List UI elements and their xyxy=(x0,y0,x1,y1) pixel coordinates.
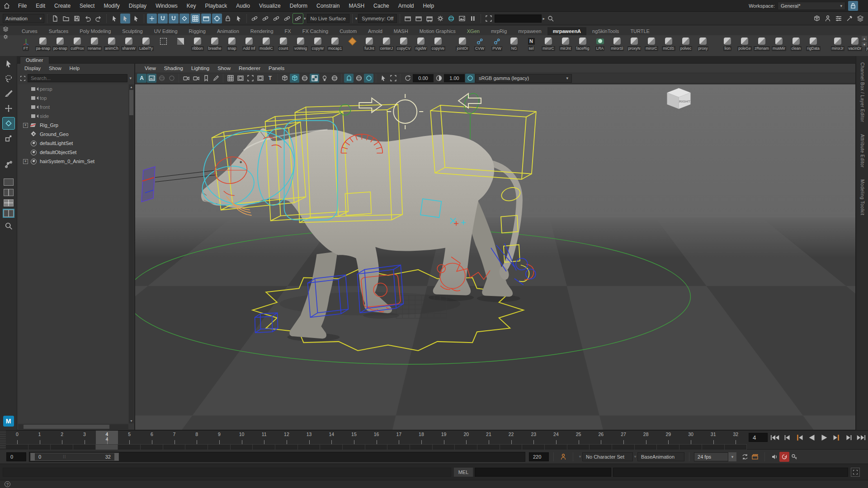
grease-pencil-icon[interactable] xyxy=(211,74,221,83)
timeline-cell[interactable]: 26 xyxy=(590,444,612,450)
menu-item[interactable]: Deform xyxy=(285,3,312,9)
sidebar-vertical-tab[interactable]: Modeling Toolkit xyxy=(860,179,865,216)
auto-keyframe-toggle[interactable] xyxy=(779,452,789,462)
timeline-cell[interactable]: 0 xyxy=(6,444,28,450)
shelf-tool[interactable]: clean xyxy=(788,37,805,51)
animation-start-field[interactable]: 0 xyxy=(6,452,26,461)
character-set-select[interactable]: No Character Set xyxy=(582,452,633,461)
menu-item[interactable]: Edit xyxy=(31,3,50,9)
select-hierarchy-button[interactable] xyxy=(109,14,119,23)
shelf-tab[interactable]: Poly Modeling xyxy=(74,27,116,35)
isolate-select-icon[interactable] xyxy=(378,74,388,83)
shelf-tool[interactable]: PVW xyxy=(488,37,505,51)
shaded-mode-icon[interactable] xyxy=(290,74,299,83)
shelf-tool[interactable]: animCh xyxy=(103,37,120,51)
script-editor-icon[interactable] xyxy=(851,468,860,477)
shelf-tool[interactable] xyxy=(155,37,172,46)
render-settings-button[interactable] xyxy=(435,14,445,23)
timeline-cell[interactable]: 28 xyxy=(635,444,657,450)
highlight-selection-icon[interactable] xyxy=(234,14,244,23)
output-connections-icon[interactable] xyxy=(260,14,270,23)
shadows-icon[interactable] xyxy=(320,74,329,83)
outliner-tab[interactable]: Outliner xyxy=(20,56,49,64)
gate-mask-icon[interactable] xyxy=(255,74,265,83)
grid-toggle-icon[interactable] xyxy=(226,74,235,83)
play-forwards-button[interactable] xyxy=(818,432,830,443)
timeline-frame[interactable]: 2 xyxy=(51,431,73,444)
render-region-button[interactable] xyxy=(414,14,424,23)
rotate-tool-icon[interactable] xyxy=(3,117,14,129)
shelf-tool[interactable]: poleGe xyxy=(736,37,753,51)
menu-item[interactable]: Cache xyxy=(369,3,394,9)
animation-end-field[interactable]: 220 xyxy=(529,452,549,461)
timeline-frame[interactable]: 20 xyxy=(455,431,477,444)
paint-select-tool-icon[interactable] xyxy=(3,88,14,99)
outliner-item[interactable]: Ground_Geo xyxy=(18,130,128,139)
shelf-tool[interactable]: NG xyxy=(505,37,523,51)
select-object-button[interactable] xyxy=(120,14,130,23)
playback-range[interactable]: 0 ⁞⁞ 32 xyxy=(30,453,119,461)
camera-bookmark-icon[interactable] xyxy=(201,74,211,83)
timeline-frame[interactable]: 26 xyxy=(590,431,612,444)
timeline-frame[interactable]: 25 xyxy=(567,431,590,444)
timeline-cell[interactable]: 3 xyxy=(73,444,96,450)
help-icon[interactable]: ? xyxy=(5,481,10,487)
outliner-item[interactable]: top xyxy=(18,94,128,103)
range-start-handle[interactable] xyxy=(31,453,35,460)
shelf-tool[interactable]: copyCV xyxy=(395,37,412,51)
shelf-tool[interactable]: centerJ xyxy=(378,37,395,51)
menu-item[interactable]: Arnold xyxy=(394,3,419,9)
view-cube[interactable]: RIGHT xyxy=(667,88,690,109)
quick-input-field[interactable] xyxy=(495,14,542,23)
timeline-frame[interactable]: 22 xyxy=(500,431,523,444)
ipr-render-button[interactable]: IPR xyxy=(425,14,434,23)
shelf-tool[interactable]: voWeig xyxy=(292,37,309,51)
timeline-frame[interactable]: 3 xyxy=(73,431,96,444)
xray-mode-icon[interactable] xyxy=(344,74,354,83)
bookmark-dim-icon[interactable] xyxy=(167,74,176,83)
mute-audio-icon[interactable] xyxy=(769,452,779,462)
timeline-cell[interactable]: 29 xyxy=(657,444,679,450)
go-to-start-button[interactable] xyxy=(769,432,781,443)
sidebar-vertical-tab[interactable]: Attribute Editor xyxy=(860,134,865,168)
snap-point-button[interactable] xyxy=(169,14,179,23)
viewport-menu-item[interactable]: Lighting xyxy=(187,66,213,71)
select-tool-icon[interactable] xyxy=(3,58,14,70)
timeline-frame[interactable]: 32 xyxy=(725,431,747,444)
menu-item[interactable]: Display xyxy=(124,3,151,9)
timeline-cell[interactable]: 14 xyxy=(320,444,343,450)
workspace-lock-icon[interactable] xyxy=(848,1,858,11)
timeline-frame[interactable]: 11 xyxy=(253,431,275,444)
new-scene-button[interactable] xyxy=(50,14,60,23)
outliner-item[interactable]: defaultLightSet xyxy=(18,139,128,148)
shelf-gear-icon[interactable] xyxy=(3,34,9,41)
xray-joints-icon[interactable] xyxy=(354,74,363,83)
timeline-frame[interactable]: 19 xyxy=(433,431,455,444)
render-view-button[interactable] xyxy=(457,14,467,23)
timeline-cell[interactable]: 17 xyxy=(387,444,410,450)
shelf-tab[interactable]: mrpRig xyxy=(486,27,512,35)
play-backwards-button[interactable] xyxy=(806,432,818,443)
add-character-set-icon[interactable] xyxy=(558,452,568,462)
timeline-cell[interactable]: 30 xyxy=(679,444,702,450)
outliner-item[interactable]: front xyxy=(18,103,128,112)
shelf-tool[interactable] xyxy=(344,37,361,46)
timeline-cell[interactable]: 19 xyxy=(433,444,455,450)
shelf-tool[interactable]: LabelTy xyxy=(137,37,155,51)
shelf-tab[interactable]: ngSkinTools xyxy=(587,27,624,35)
select-component-button[interactable] xyxy=(131,14,141,23)
shelf-tab[interactable]: Arnold xyxy=(363,27,388,35)
timeline-frame[interactable]: 30 xyxy=(679,431,702,444)
antialiasing-icon[interactable] xyxy=(364,74,373,83)
timeline-frame[interactable]: 8 xyxy=(185,431,208,444)
shelf-tool[interactable]: cutProx xyxy=(69,37,86,51)
timeline-frame[interactable]: 27 xyxy=(612,431,635,444)
shelf-tab[interactable]: Rendering xyxy=(245,27,279,35)
zoom-tool-icon[interactable] xyxy=(3,220,14,232)
help-search-icon[interactable] xyxy=(546,14,556,23)
expand-icon[interactable]: + xyxy=(23,159,28,164)
outliner-vscrollbar[interactable]: ▲▼ xyxy=(129,84,134,423)
shelf-tool[interactable]: snap xyxy=(223,37,241,51)
command-feedback-strip[interactable] xyxy=(3,468,451,477)
shelf-tool[interactable]: breathe xyxy=(206,37,223,51)
